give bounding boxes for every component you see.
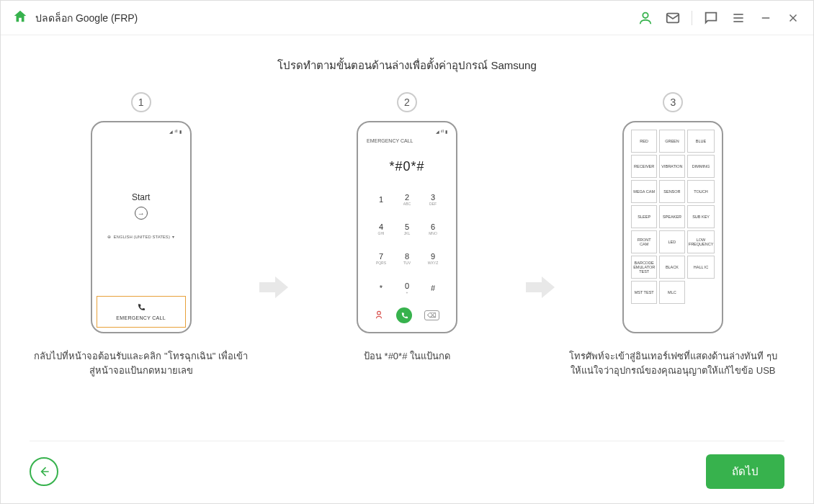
content-area: โปรดทำตามขั้นตอนด้านล่างเพื่อตั้งค่าอุปก… [1,35,813,503]
test-tile: SLEEP [631,205,657,228]
keypad-key: 3DEF [420,184,446,214]
test-tile: MLC [659,281,685,304]
test-tile: GREEN [659,130,685,153]
phone-mockup-1: ◢ ıll ▮ Start → ⊕ ENGLISH (UNITED STATES… [91,121,192,333]
keypad-key: 0+ [394,274,420,303]
user-icon[interactable] [637,9,654,27]
emergency-header: EMERGENCY CALL [362,135,452,146]
next-button[interactable]: ถัดไป [706,454,784,489]
test-tile: BLUE [687,130,715,153]
emergency-call-label: EMERGENCY CALL [116,315,166,320]
steps-row: 1 ◢ ıll ▮ Start → ⊕ ENGLISH (UNITE [30,92,784,377]
instruction-title: โปรดทำตามขั้นตอนด้านล่างเพื่อตั้งค่าอุปก… [30,57,784,74]
mail-icon[interactable] [664,9,681,27]
phone-mockup-2: ◢ ıll ▮ EMERGENCY CALL *#0*# 12ABC3DEF4G… [357,121,457,333]
phone-mockup-3: REDGREENBLUERECEIVERVIBRATIONDIMMINGMEGA… [622,121,723,333]
keypad-key: 8TUV [394,244,420,274]
wifi-icon: ◢ [436,129,439,134]
test-tile: TOUCH [687,180,715,203]
wifi-icon: ◢ [169,129,173,134]
arrow-right-icon [526,276,555,301]
feedback-icon[interactable] [702,9,720,27]
test-tile: LOW FREQUENCY [687,230,715,253]
test-tile: BLACK [659,256,685,279]
test-tile: RECEIVER [631,155,657,178]
keypad-key: * [368,274,394,303]
signal-icon: ıll [441,129,444,133]
titlebar-left: ปลดล็อก Google (FRP) [12,9,138,27]
phone-status-bar: ◢ ıll ▮ [362,127,452,135]
page-title: ปลดล็อก Google (FRP) [35,10,138,26]
test-tile: VIBRATION [659,155,685,178]
divider [692,11,692,25]
test-tile: MST TEST [631,281,657,304]
test-tile: MEGA CAM [631,180,657,203]
step-3-caption: โทรศัพท์จะเข้าสู่อินเทอร์เฟซที่แสดงด้านล… [565,349,781,377]
test-tile [687,281,715,304]
step-1: 1 ◢ ıll ▮ Start → ⊕ ENGLISH (UNITE [30,92,252,377]
footer: ถัดไป [30,441,784,489]
titlebar-right [637,9,802,27]
back-button[interactable] [30,457,58,486]
recent-icon [374,310,384,322]
call-button [396,307,412,323]
close-icon[interactable] [784,9,802,27]
globe-icon: ⊕ [107,234,111,239]
test-tile: RED [631,130,657,153]
signal-icon: ıll [174,129,177,133]
keypad-key: # [420,274,446,303]
test-tile: BARCODE EMULATOR TEST [631,256,657,279]
phone-status-bar: ◢ ıll ▮ [97,127,186,135]
keypad-key: 6MNO [420,214,446,243]
test-tile: FRONT CAM [631,230,657,253]
test-tile: HALL IC [687,256,715,279]
battery-icon: ▮ [445,129,447,134]
backspace-icon: ⌫ [424,310,439,320]
keypad-key: 9WXYZ [420,244,446,274]
start-label: Start [132,192,150,202]
minimize-icon[interactable] [757,9,774,27]
test-tile: SENSOR [659,180,685,203]
test-tile: SPEAKER [659,205,685,228]
test-tile: SUB KEY [687,205,715,228]
step-number-3: 3 [663,92,683,112]
phone-icon [137,303,146,314]
dialer-keypad: 12ABC3DEF4GHI5JKL6MNO7PQRS8TUV9WXYZ*0+# [362,181,452,303]
step-2-caption: ป้อน *#0*# ในแป้นกด [364,349,450,364]
test-tile: LED [659,230,685,253]
step-number-1: 1 [131,92,151,112]
menu-icon[interactable] [730,9,747,27]
app-window: ปลดล็อก Google (FRP) โปรดท [0,0,814,504]
keypad-key: 7PQRS [368,244,394,274]
step-3: 3 REDGREENBLUERECEIVERVIBRATIONDIMMINGME… [562,92,784,377]
keypad-key: 1 [368,184,394,214]
chevron-down-icon: ▾ [172,234,174,239]
home-icon[interactable] [12,9,28,27]
keypad-key: 2ABC [394,184,420,214]
test-menu-grid: REDGREENBLUERECEIVERVIBRATIONDIMMINGMEGA… [628,127,717,328]
start-arrow-icon: → [135,207,148,220]
battery-icon: ▮ [179,129,182,134]
step-2: 2 ◢ ıll ▮ EMERGENCY CALL *#0*# 12ABC3DEF… [295,92,518,364]
dialer-display: *#0*# [362,146,452,181]
emergency-call-button: EMERGENCY CALL [97,296,186,328]
keypad-key: 5JKL [394,214,420,243]
svg-point-8 [377,311,381,315]
svg-point-0 [643,12,648,17]
titlebar: ปลดล็อก Google (FRP) [1,1,813,35]
language-selector: ⊕ ENGLISH (UNITED STATES) ▾ [107,234,174,239]
arrow-right-icon [259,276,288,301]
test-tile: DIMMING [687,155,715,178]
step-1-caption: กลับไปที่หน้าจอต้อนรับและคลิก "โทรฉุกเฉิ… [33,349,249,377]
keypad-key: 4GHI [368,214,394,243]
step-number-2: 2 [397,92,417,112]
